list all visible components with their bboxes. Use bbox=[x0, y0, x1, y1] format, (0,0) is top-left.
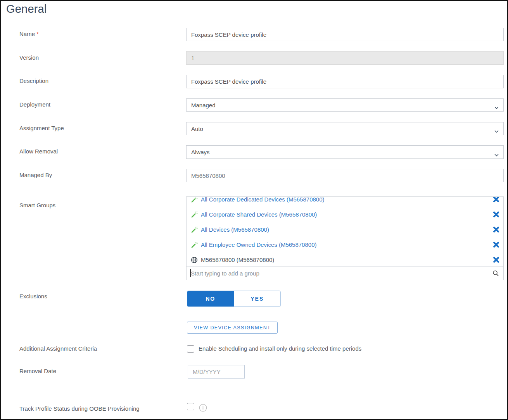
assignment-type-label: Assignment Type bbox=[19, 124, 64, 132]
additional-assignment-criteria-label: Additional Assignment Criteria bbox=[19, 345, 97, 353]
remove-group-icon[interactable] bbox=[492, 210, 500, 219]
search-icon[interactable] bbox=[492, 270, 499, 278]
managed-by-input[interactable] bbox=[186, 169, 504, 182]
smart-group-link[interactable]: All Corporate Dedicated Devices (M565870… bbox=[201, 197, 325, 203]
description-label: Description bbox=[19, 77, 48, 85]
smart-group-row: All Employee Owned Devices (M565870800) bbox=[187, 237, 503, 252]
smart-group-row: All Devices (M565870800) bbox=[187, 222, 503, 237]
smart-group-row: All Corporate Shared Devices (M565870800… bbox=[187, 207, 503, 222]
deployment-select[interactable]: Managed bbox=[186, 98, 504, 112]
magic-wand-icon bbox=[190, 197, 198, 203]
required-asterisk: * bbox=[36, 31, 39, 37]
description-input[interactable] bbox=[186, 75, 504, 88]
chevron-down-icon bbox=[494, 151, 499, 158]
track-profile-status-checkbox[interactable] bbox=[187, 403, 194, 410]
name-label: Name* bbox=[19, 30, 39, 38]
removal-date-label: Removal Date bbox=[19, 367, 56, 375]
enable-scheduling-checkbox[interactable] bbox=[187, 345, 194, 353]
exclusions-yes-option[interactable]: YES bbox=[234, 291, 281, 306]
chevron-down-icon bbox=[494, 127, 499, 134]
general-panel: General Name* Version Description Deploy… bbox=[0, 0, 508, 420]
remove-group-icon[interactable] bbox=[492, 225, 500, 234]
chevron-down-icon bbox=[494, 104, 499, 110]
info-icon[interactable] bbox=[199, 404, 207, 413]
enable-scheduling-label: Enable Scheduling and install only durin… bbox=[199, 345, 361, 353]
smart-groups-list[interactable]: All Corporate Dedicated Devices (M565870… bbox=[187, 197, 503, 267]
smart-group-row: All Corporate Dedicated Devices (M565870… bbox=[187, 197, 503, 207]
allow-removal-select[interactable]: Always bbox=[186, 145, 504, 159]
remove-group-icon[interactable] bbox=[492, 197, 500, 203]
magic-wand-icon bbox=[190, 211, 198, 218]
remove-group-icon[interactable] bbox=[492, 241, 500, 249]
page-title: General bbox=[6, 3, 47, 15]
smart-groups-box: All Corporate Dedicated Devices (M565870… bbox=[186, 196, 504, 280]
view-device-assignment-button[interactable]: VIEW DEVICE ASSIGNMENT bbox=[187, 322, 278, 334]
exclusions-toggle: NO YES bbox=[187, 291, 281, 307]
smart-group-link[interactable]: All Employee Owned Devices (M565870800) bbox=[201, 241, 316, 248]
smart-group-link[interactable]: All Corporate Shared Devices (M565870800… bbox=[201, 211, 317, 218]
magic-wand-icon bbox=[190, 241, 198, 248]
deployment-label: Deployment bbox=[19, 101, 50, 108]
removal-date-input[interactable] bbox=[188, 365, 245, 379]
assignment-type-select[interactable]: Auto bbox=[186, 122, 504, 135]
exclusions-no-option[interactable]: NO bbox=[187, 291, 234, 306]
globe-icon bbox=[190, 256, 198, 263]
track-profile-status-label: Track Profile Status during OOBE Provisi… bbox=[19, 405, 140, 413]
smart-groups-label: Smart Groups bbox=[19, 201, 55, 209]
magic-wand-icon bbox=[190, 226, 198, 233]
exclusions-label: Exclusions bbox=[19, 293, 47, 300]
smart-group-search-input[interactable] bbox=[187, 267, 503, 280]
smart-group-link[interactable]: M565870800 (M565870800) bbox=[201, 256, 274, 263]
version-input bbox=[186, 51, 504, 65]
text-caret bbox=[190, 269, 191, 277]
allow-removal-label: Allow Removal bbox=[19, 148, 58, 155]
managed-by-label: Managed By bbox=[19, 171, 52, 179]
version-label: Version bbox=[19, 54, 39, 62]
remove-group-icon[interactable] bbox=[492, 256, 500, 264]
smart-group-row: M565870800 (M565870800) bbox=[187, 252, 503, 267]
smart-group-link[interactable]: All Devices (M565870800) bbox=[201, 226, 269, 233]
name-input[interactable] bbox=[186, 28, 504, 41]
